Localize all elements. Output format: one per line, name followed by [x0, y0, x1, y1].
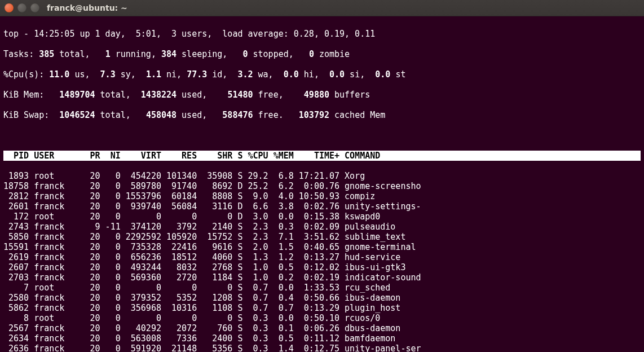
process-table-header: PID USER PR NI VIRT RES SHR S %CPU %MEM …: [3, 151, 641, 161]
cpu-wa: 3.2: [237, 69, 253, 80]
table-row: 2567 franck 20 0 40292 2072 760 S 0.3 0.…: [3, 323, 641, 333]
blank-line: [3, 130, 641, 140]
cpu-si: 0.0: [329, 69, 345, 80]
swap-cached: 103792: [299, 110, 329, 120]
table-row: 7 root 20 0 0 0 0 S 0.7 0.0 1:33.53 rcu_…: [3, 283, 641, 293]
mem-used: 1438224: [141, 90, 177, 100]
window-title: franck@ubuntu: ~: [47, 3, 127, 12]
swap-total: 1046524: [59, 110, 95, 120]
summary-mem: KiB Mem: 1489704 total, 1438224 used, 51…: [3, 90, 641, 100]
table-row: 2580 franck 20 0 379352 5352 1208 S 0.7 …: [3, 293, 641, 303]
cpu-st: 0.0: [375, 69, 390, 80]
table-row: 5850 franck 20 0 2292592 105920 15752 S …: [3, 232, 641, 242]
cpu-sy: 7.3: [100, 69, 116, 80]
table-row: 18758 franck 20 0 589780 91740 8692 D 25…: [3, 181, 641, 191]
summary-line-1: top - 14:25:05 up 1 day, 5:01, 3 users, …: [3, 29, 641, 39]
mem-total: 1489704: [59, 90, 95, 100]
summary-cpu: %Cpu(s): 11.0 us, 7.3 sy, 1.1 ni, 77.3 i…: [3, 69, 641, 80]
mem-free: 51480: [227, 90, 253, 100]
tasks-stopped: 0: [242, 49, 248, 59]
table-row: 2812 franck 20 0 1553796 60184 8808 S 9.…: [3, 191, 641, 201]
summary-tasks: Tasks: 385 total, 1 running, 384 sleepin…: [3, 49, 641, 59]
table-row: 1893 root 20 0 454220 101340 35908 S 29.…: [3, 171, 641, 181]
table-row: 2634 franck 20 0 563008 7336 2400 S 0.3 …: [3, 333, 641, 344]
table-row: 2743 franck 9 -11 374120 3792 2140 S 2.3…: [3, 222, 641, 232]
summary-swap: KiB Swap: 1046524 total, 458048 used, 58…: [3, 110, 641, 120]
table-row: 5862 franck 20 0 356968 10316 1108 S 0.7…: [3, 303, 641, 313]
swap-used: 458048: [146, 110, 177, 120]
tasks-zombie: 0: [309, 49, 314, 59]
table-row: 2703 franck 20 0 569360 2720 1184 S 1.0 …: [3, 272, 641, 283]
maximize-icon[interactable]: [30, 3, 39, 12]
minimize-icon[interactable]: [17, 3, 27, 12]
tasks-running: 1: [105, 49, 111, 59]
process-table-body: 1893 root 20 0 454220 101340 35908 S 29.…: [3, 171, 641, 352]
cpu-hi: 0.0: [284, 69, 299, 80]
close-icon[interactable]: [5, 3, 14, 12]
terminal[interactable]: top - 14:25:05 up 1 day, 5:01, 3 users, …: [0, 16, 644, 352]
cpu-ni: 1.1: [146, 69, 161, 80]
mem-buffers: 49880: [304, 90, 329, 100]
table-row: 2636 franck 20 0 591920 21148 5356 S 0.3…: [3, 344, 641, 352]
tasks-sleeping: 384: [161, 49, 177, 59]
table-row: 2619 franck 20 0 656236 18512 4060 S 1.3…: [3, 252, 641, 262]
table-row: 2607 franck 20 0 493244 8032 2768 S 1.0 …: [3, 262, 641, 272]
table-row: 15591 franck 20 0 735328 22416 9616 S 2.…: [3, 242, 641, 252]
cpu-id: 77.3: [187, 69, 207, 80]
window-titlebar[interactable]: franck@ubuntu: ~: [0, 0, 644, 16]
table-row: 2601 franck 20 0 939740 56084 3116 D 6.6…: [3, 201, 641, 212]
table-row: 8 root 20 0 0 0 0 S 0.3 0.0 0:50.10 rcuo…: [3, 313, 641, 323]
tasks-total: 385: [39, 49, 54, 59]
table-row: 172 root 20 0 0 0 0 D 3.0 0.0 0:15.38 ks…: [3, 212, 641, 222]
cpu-us: 11.0: [49, 69, 69, 80]
swap-free: 588476: [222, 110, 253, 120]
